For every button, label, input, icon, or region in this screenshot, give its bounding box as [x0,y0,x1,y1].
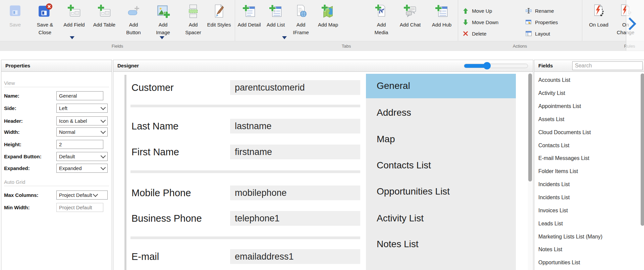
tab-activity-list[interactable]: Activity List [366,211,516,226]
designer-scrollbar-thumb[interactable] [528,73,532,181]
height-input[interactable] [56,140,103,149]
add-table-button[interactable]: Add Table [89,1,119,40]
add-media-icon [366,1,396,21]
expand-button-select[interactable]: Default [56,152,108,161]
designer-panel: Designer Customer parentcustomerid Last … [113,60,533,270]
form-field-value[interactable]: parentcustomerid [230,80,360,95]
expanded-select[interactable]: Expanded [56,164,108,173]
designer-panel-header: Designer [113,60,533,72]
designer-panel-title: Designer [117,60,139,71]
field-list-item[interactable]: Accounts List [534,74,640,87]
section-label-view: View [4,80,15,86]
add-chat-button[interactable]: Add Chat [395,1,425,40]
field-list-item[interactable]: Opportunities List [534,256,640,269]
add-media-button[interactable]: Add Media [366,1,396,40]
add-detail-button[interactable]: Add Detail [234,1,264,40]
select-caret-icon [101,105,106,110]
add-image-dropdown-arrow[interactable] [160,36,164,39]
property-row-header: Header: Icon & Label [1,116,112,125]
designer-scrollbar-track[interactable] [528,73,532,270]
tab-opportunities-list[interactable]: Opportunities List [366,184,516,199]
tab-general[interactable]: General [366,78,516,93]
rename-icon [525,8,532,14]
max-columns-select[interactable]: Project Default [56,191,108,200]
fields-panel-header: Fields [534,60,644,72]
field-list-item[interactable]: Appointments List [534,100,640,113]
add-button-button[interactable]: Add Button [118,1,149,40]
form-separator [130,170,360,173]
side-select[interactable]: Left [56,104,108,113]
add-image-icon [148,1,178,21]
property-row-expand-button: Expand Button: Default [1,152,112,161]
rename-button[interactable]: Rename [525,7,554,15]
edit-styles-icon [204,1,234,21]
field-list-item[interactable]: Incidents List [534,178,640,191]
save-button[interactable]: Save [0,1,30,40]
designer-zoom-slider[interactable] [464,64,528,68]
tab-address[interactable]: Address [366,105,516,120]
on-load-button[interactable]: On Load [584,1,614,40]
form-field-value[interactable]: telephone1 [230,211,360,226]
form-field-label: E-mail [131,249,159,264]
add-map-button[interactable]: Add Map [313,1,343,40]
group-label-actions: Actions [458,41,582,51]
form-field-value[interactable]: emailaddress1 [230,249,360,264]
edit-styles-button[interactable]: Edit Styles [204,1,234,40]
tab-map[interactable]: Map [366,132,516,147]
property-row-expanded: Expanded: Expanded [1,164,112,173]
zoom-slider-thumb[interactable] [483,62,491,69]
width-select[interactable]: Normal [56,127,108,137]
properties-panel-title: Properties [5,60,30,71]
field-list-item[interactable]: Assets List [534,113,640,126]
field-list-item[interactable]: Marketing Lists List (Many) [534,230,640,243]
section-divider [4,186,109,186]
group-label-tabs: Tabs [235,41,458,51]
move-up-button[interactable]: Move Up [462,7,492,15]
designer-left-scrollbar[interactable] [124,75,126,270]
field-list-item[interactable]: E-mail Messages List [534,152,640,165]
field-list-item[interactable]: Incidents List [534,191,640,204]
form-field-value[interactable]: firstname [230,145,360,159]
layout-button[interactable]: Layout [525,30,550,38]
name-input[interactable] [56,91,103,100]
fields-scrollbar-thumb[interactable] [641,73,644,226]
tab-contacts-list[interactable]: Contacts List [366,158,516,173]
fields-search-input[interactable] [572,61,643,70]
header-select[interactable]: Icon & Label [56,116,108,125]
save-and-close-button[interactable]: Save & Close [30,1,60,40]
select-caret-icon [101,117,106,123]
field-list-item[interactable]: Leads List [534,217,640,230]
field-list-item[interactable]: Cloud Documents List [534,126,640,139]
add-hub-icon [427,1,457,21]
ribbon-group-label-strip: Fields Tabs Actions Rules [0,41,644,51]
form-field-value[interactable]: mobilephone [230,185,360,200]
ribbon-scroll-right-chevron-icon[interactable] [628,17,637,31]
properties-window-icon [525,19,532,25]
properties-button[interactable]: Properties [525,18,558,26]
field-list-item[interactable]: Folder Items List [534,165,640,178]
tab-notes-list[interactable]: Notes List [366,237,516,252]
field-list-item[interactable]: Invoices List [534,204,640,217]
add-iframe-button[interactable]: Add IFrame [286,1,316,40]
field-list-item[interactable]: Activity List [534,87,640,100]
property-row-max-columns: Max Columns: Project Default [1,191,112,200]
add-button-icon [118,1,149,21]
form-separator [130,105,360,107]
min-width-input[interactable] [56,203,103,212]
delete-button[interactable]: Delete [462,30,486,38]
field-list-item[interactable]: Contacts List [534,139,640,152]
add-image-button[interactable]: Add Image [148,1,178,40]
field-list-item[interactable]: Notes List [534,243,640,256]
add-field-dropdown-arrow[interactable] [70,36,74,39]
add-table-icon [89,1,119,21]
move-down-button[interactable]: Move Down [462,18,498,26]
properties-panel: Properties View Name: Side: Left Header:… [1,60,112,270]
select-caret-icon [93,192,98,197]
add-hub-button[interactable]: Add Hub [427,1,457,40]
add-iframe-icon [286,1,316,21]
save-icon [0,1,30,21]
add-field-button[interactable]: Add Field [59,1,89,40]
add-detail-icon [234,1,264,21]
fields-scrollbar-track[interactable] [641,73,644,270]
form-field-value[interactable]: lastname [230,119,360,133]
